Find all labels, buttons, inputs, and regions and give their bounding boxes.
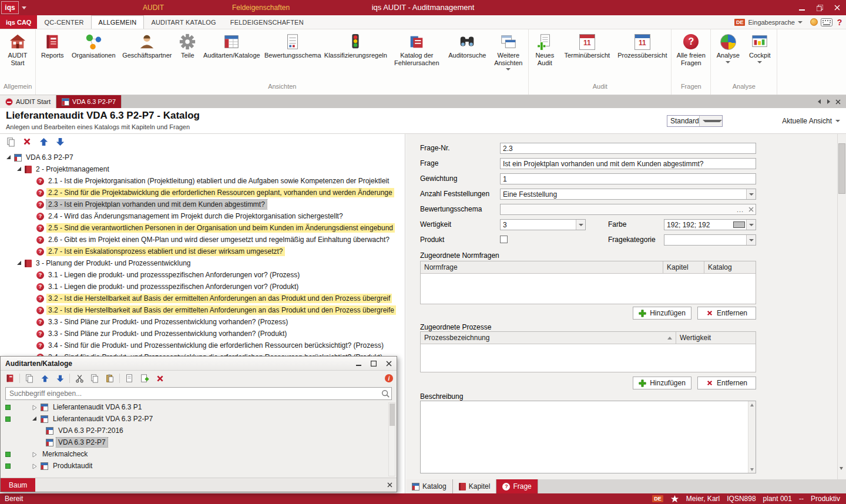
ribbon-button-analyse[interactable]: Analyse (712, 31, 744, 81)
frage-nr-input[interactable]: 2.3 (500, 143, 756, 154)
column-header[interactable]: Katalog (704, 261, 756, 273)
normfragen-remove-button[interactable]: Entfernen (697, 307, 756, 320)
tree-item[interactable]: VDA 6.3 P2-P7 (1, 436, 397, 448)
farbe-select[interactable]: 192; 192; 192 (664, 219, 756, 230)
view-combobox[interactable]: Standard (667, 115, 723, 127)
tree-item[interactable]: ?3.1 - Liegen die produkt- und prozesssp… (0, 281, 405, 293)
main-scrollbar[interactable] (837, 134, 846, 479)
move-up-button[interactable] (38, 136, 49, 147)
copy-button[interactable] (89, 372, 100, 384)
normfragen-add-button[interactable]: Hinzufügen (633, 307, 691, 320)
app-menu-button[interactable]: iqs CAQ (0, 15, 37, 29)
paste-structure-button[interactable] (139, 372, 150, 384)
tree-item[interactable]: ?3.3 - Sind Pläne zur Produkt- und Proze… (0, 316, 405, 328)
ribbon-button-bewertungsschema[interactable]: Bewertungsschema (263, 31, 323, 81)
scrollbar-thumb[interactable] (838, 143, 845, 194)
language-badge[interactable]: DE (652, 495, 663, 502)
bewertungsschema-input[interactable]: ... (500, 204, 756, 215)
cut-button[interactable] (73, 372, 85, 384)
gewichtung-input[interactable]: 1 (500, 173, 756, 184)
close-button[interactable] (381, 357, 397, 370)
keyboard-button[interactable] (820, 15, 833, 29)
move-down-button[interactable] (54, 136, 66, 147)
copy-button[interactable] (24, 372, 35, 384)
tree-scrollbar[interactable] (388, 402, 395, 476)
scrollbar-thumb[interactable] (390, 404, 395, 426)
ribbon-button-alle-freien-fragen[interactable]: ? Alle freien Fragen (673, 31, 709, 81)
feedback-button[interactable] (807, 15, 820, 29)
tree-item[interactable]: ?3.2 - Ist die Herstellbarkeit auf Basis… (0, 304, 405, 316)
scroll-down-icon[interactable] (748, 466, 756, 473)
close-button[interactable] (828, 0, 846, 15)
tree-item[interactable]: ?2.5 - Sind die verantwortlichen Persone… (0, 222, 405, 234)
frage-input[interactable]: Ist ein Projektplan vorhanden und mit de… (500, 158, 756, 169)
copy-button[interactable] (5, 136, 16, 147)
ribbon-tab-feldeigenschaften[interactable]: FELDEIGENSCHAFTEN (223, 15, 311, 29)
tab-scroll-right-button[interactable] (824, 95, 833, 108)
tree-item[interactable]: ?3.1 - Liegen die produkt- und prozesssp… (0, 269, 405, 281)
expander-icon[interactable] (6, 154, 12, 160)
tab-katalog[interactable]: Katalog (406, 479, 453, 493)
ribbon-tab-allgemein[interactable]: ALLGEMEIN (91, 15, 145, 29)
clear-button[interactable] (746, 207, 756, 212)
ribbon-button-neues-audit[interactable]: Neues Audit (530, 31, 559, 81)
tree-item[interactable]: Merkmalcheck (1, 448, 397, 460)
wertigkeit-select[interactable]: 3 (500, 219, 586, 230)
produkt-checkbox[interactable] (500, 236, 508, 243)
prozesse-table[interactable]: Prozessbezeichnung Wertigkeit (420, 331, 756, 372)
restore-button[interactable] (811, 0, 828, 15)
expander-icon[interactable] (16, 260, 22, 266)
scroll-up-icon[interactable] (840, 135, 843, 143)
fragekategorie-select[interactable] (664, 234, 756, 246)
tab-baum[interactable]: Baum (1, 478, 35, 492)
quick-access-chevron-icon[interactable] (19, 1, 29, 14)
maximize-button[interactable] (366, 357, 381, 370)
app-logo[interactable]: iqs (1, 1, 19, 14)
normfragen-table[interactable]: Normfrage Kapitel Katalog (420, 261, 756, 304)
tree-item[interactable]: 3 - Planung der Produkt- und Prozessentw… (0, 257, 405, 269)
tree-item[interactable]: ?2.4 - Wird das Änderungsmanagement im P… (0, 210, 405, 222)
column-header[interactable]: Kapitel (663, 261, 704, 273)
tab-close-button[interactable] (833, 95, 842, 108)
tree-item[interactable]: 2 - Projektmanagement (0, 163, 405, 175)
tab-frage[interactable]: ?Frage (496, 479, 538, 493)
paste-button[interactable] (104, 372, 116, 384)
scroll-down-icon[interactable] (840, 470, 843, 478)
ribbon-button-teile[interactable]: Teile (174, 31, 200, 81)
expander-icon[interactable] (32, 463, 38, 469)
column-header[interactable]: Prozessbezeichnung (421, 332, 676, 344)
ellipsis-button[interactable]: ... (734, 206, 746, 213)
tab-scroll-left-button[interactable] (814, 95, 824, 108)
tree-item[interactable]: VDA 6.3 P2-P7:2016 (1, 425, 397, 436)
tree-item[interactable]: ?2.7 - Ist ein Eskalationsprozess etabli… (0, 246, 405, 257)
ribbon-button-prozessuebersicht[interactable]: 11 Prozessübersicht (615, 31, 670, 81)
new-audittype-button[interactable] (4, 372, 16, 384)
input-language-selector[interactable]: DE Eingabesprache (730, 15, 807, 29)
expander-icon[interactable] (16, 166, 22, 172)
beschreibung-textarea[interactable] (420, 401, 756, 473)
prozesse-add-button[interactable]: Hinzufügen (633, 377, 691, 389)
ribbon-tab-qc-center[interactable]: QC-CENTER (37, 15, 90, 29)
current-view-button[interactable]: Aktuelle Ansicht (782, 115, 840, 127)
tree-item[interactable]: Lieferantenaudit VDA 6.3 P1 (1, 401, 397, 413)
delete-button[interactable] (21, 136, 33, 147)
move-up-button[interactable] (39, 372, 51, 384)
ribbon-button-organisationen[interactable]: Organisationen (68, 31, 119, 81)
move-down-button[interactable] (54, 372, 66, 384)
star-icon[interactable] (670, 495, 679, 503)
column-header[interactable]: Wertigkeit (676, 332, 756, 344)
scroll-up-icon[interactable] (748, 401, 756, 408)
doc-tab-audit-start[interactable]: AUDIT Start (0, 95, 56, 108)
tree-item[interactable]: VDA 6.3 P2-P7 (0, 152, 405, 163)
anzahl-feststellungen-select[interactable]: Eine Feststellung (500, 189, 756, 200)
tab-kapitel[interactable]: Kapitel (453, 479, 497, 493)
tree-item[interactable]: ?3.2 - Ist die Herstellbarkeit auf Basis… (0, 293, 405, 304)
doc-tab-vda63[interactable]: VDA 6.3 P2-P7 (56, 95, 122, 108)
ribbon-button-weitere-ansichten[interactable]: Weitere Ansichten (489, 31, 527, 81)
ribbon-button-terminuebersicht[interactable]: 11 Terminübersicht (559, 31, 615, 81)
textarea-scrollbar[interactable] (748, 401, 756, 473)
info-icon[interactable]: i (385, 374, 393, 382)
minimize-button[interactable] (351, 357, 366, 370)
tree-item[interactable]: ?3.3 - Sind Pläne zur Produkt- und Proze… (0, 328, 405, 340)
ribbon-tab-auditart-katalog[interactable]: AUDITART KATALOG (144, 15, 223, 29)
